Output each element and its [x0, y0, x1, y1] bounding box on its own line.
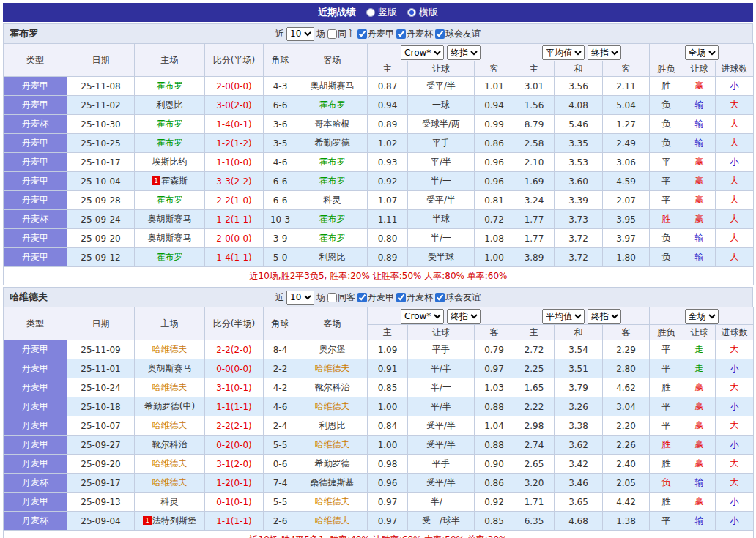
- home-team[interactable]: 奥胡斯赛马: [135, 229, 205, 248]
- league-filter-2[interactable]: 球会友谊: [435, 28, 481, 40]
- away-team[interactable]: 哥本哈根: [297, 115, 368, 134]
- away-team[interactable]: 希勤罗德: [297, 134, 368, 153]
- away-team[interactable]: 哈维德夫: [297, 512, 368, 531]
- home-team[interactable]: 希勤罗德(中): [135, 397, 205, 416]
- match-score[interactable]: 2-0(0-0): [205, 229, 264, 248]
- league-type[interactable]: 丹麦甲: [4, 359, 67, 378]
- away-team[interactable]: 霍布罗: [297, 153, 368, 172]
- layout-radio-vertical[interactable]: 竖版: [366, 6, 397, 19]
- home-team[interactable]: 哈维德夫: [135, 455, 205, 474]
- league-checkbox-2[interactable]: [435, 29, 445, 39]
- league-type[interactable]: 丹麦杯: [4, 512, 67, 531]
- away-team[interactable]: 利恩比: [297, 248, 368, 267]
- home-team[interactable]: 1法特列斯堡: [135, 512, 205, 531]
- league-type[interactable]: 丹麦甲: [4, 436, 67, 455]
- league-type[interactable]: 丹麦甲: [4, 248, 67, 267]
- match-score[interactable]: 0-2(0-0): [205, 436, 264, 455]
- league-filter-0[interactable]: 丹麦甲: [357, 28, 394, 40]
- away-team[interactable]: 利恩比: [297, 416, 368, 436]
- match-score[interactable]: 2-2(1-0): [205, 191, 264, 210]
- match-score[interactable]: 1-1(0-0): [205, 153, 264, 172]
- match-score[interactable]: 1-4(0-1): [205, 115, 264, 134]
- match-score[interactable]: 1-4(1-1): [205, 248, 264, 267]
- league-checkbox-1[interactable]: [396, 293, 406, 302]
- scope-select[interactable]: 全场: [685, 309, 719, 324]
- away-team[interactable]: 希勤罗德: [297, 455, 368, 474]
- match-score[interactable]: 1-1(1-1): [205, 397, 264, 416]
- away-team[interactable]: 科灵: [297, 191, 368, 210]
- match-score[interactable]: 2-2(2-1): [205, 416, 264, 436]
- league-checkbox-2[interactable]: [435, 293, 445, 302]
- league-checkbox-0[interactable]: [357, 293, 367, 302]
- league-type[interactable]: 丹麦甲: [4, 172, 67, 191]
- home-team[interactable]: 哈维德夫: [135, 474, 205, 493]
- match-score[interactable]: 0-1(0-1): [205, 493, 264, 512]
- match-score[interactable]: 2-2(2-0): [205, 340, 264, 359]
- home-team[interactable]: 霍布罗: [135, 115, 205, 134]
- home-team[interactable]: 科灵: [135, 493, 205, 512]
- league-type[interactable]: 丹麦杯: [4, 210, 67, 229]
- home-team[interactable]: 霍布罗: [135, 134, 205, 153]
- avg-source-select[interactable]: 平均值: [542, 45, 585, 60]
- match-count-select[interactable]: 10: [286, 291, 314, 305]
- away-team[interactable]: 霍布罗: [297, 210, 368, 229]
- league-type[interactable]: 丹麦杯: [4, 115, 67, 134]
- away-team[interactable]: 哈维德夫: [297, 436, 368, 455]
- avg-final-select[interactable]: 终指: [588, 309, 621, 324]
- scope-select[interactable]: 全场: [685, 45, 719, 60]
- away-team[interactable]: 哈维德夫: [297, 397, 368, 416]
- match-score[interactable]: 2-0(0-0): [205, 77, 264, 96]
- home-team[interactable]: 霍布罗: [135, 77, 205, 96]
- same-venue-filter[interactable]: 同客: [327, 291, 355, 304]
- league-type[interactable]: 丹麦甲: [4, 455, 67, 474]
- league-type[interactable]: 丹麦甲: [4, 397, 67, 416]
- match-score[interactable]: 1-2(1-1): [205, 210, 264, 229]
- league-type[interactable]: 丹麦甲: [4, 493, 67, 512]
- league-type[interactable]: 丹麦甲: [4, 96, 67, 115]
- match-score[interactable]: 3-1(0-1): [205, 378, 264, 397]
- home-team[interactable]: 哈维德夫: [135, 378, 205, 397]
- same-venue-filter[interactable]: 同主: [327, 28, 355, 40]
- away-team[interactable]: 霍布罗: [297, 96, 368, 115]
- home-team[interactable]: 利恩比: [135, 96, 205, 115]
- league-type[interactable]: 丹麦甲: [4, 416, 67, 436]
- league-filter-0[interactable]: 丹麦甲: [357, 291, 394, 304]
- same-venue-checkbox[interactable]: [327, 293, 337, 302]
- match-score[interactable]: 1-1(1-1): [205, 512, 264, 531]
- away-team[interactable]: 霍布罗: [297, 229, 368, 248]
- league-type[interactable]: 丹麦甲: [4, 153, 67, 172]
- league-type[interactable]: 丹麦甲: [4, 340, 67, 359]
- home-team[interactable]: 奥胡斯赛马: [135, 210, 205, 229]
- away-team[interactable]: 奥尔堡: [297, 340, 368, 359]
- match-score[interactable]: 3-0(2-0): [205, 96, 264, 115]
- home-team[interactable]: 哈维德夫: [135, 340, 205, 359]
- odds-final-select[interactable]: 终指: [447, 45, 481, 60]
- home-team[interactable]: 霍布罗: [135, 191, 205, 210]
- match-count-select[interactable]: 10: [286, 27, 314, 41]
- league-checkbox-1[interactable]: [396, 29, 406, 39]
- league-type[interactable]: 丹麦杯: [4, 474, 67, 493]
- home-team[interactable]: 哈维德夫: [135, 416, 205, 436]
- league-type[interactable]: 丹麦甲: [4, 191, 67, 210]
- odds-final-select[interactable]: 终指: [447, 309, 481, 324]
- league-type[interactable]: 丹麦甲: [4, 378, 67, 397]
- match-score[interactable]: 1-2(1-2): [205, 134, 264, 153]
- away-team[interactable]: 桑德捷斯基: [297, 474, 368, 493]
- away-team[interactable]: 霍布罗: [297, 172, 368, 191]
- league-type[interactable]: 丹麦甲: [4, 229, 67, 248]
- home-team[interactable]: 奥胡斯赛马: [135, 359, 205, 378]
- same-venue-checkbox[interactable]: [327, 29, 337, 39]
- away-team[interactable]: 哈维德夫: [297, 359, 368, 378]
- home-team[interactable]: 靴尔科治: [135, 436, 205, 455]
- home-team[interactable]: 霍布罗: [135, 248, 205, 267]
- avg-source-select[interactable]: 平均值: [542, 309, 585, 324]
- away-team[interactable]: 哈维德夫: [297, 493, 368, 512]
- league-filter-1[interactable]: 丹麦杯: [396, 28, 433, 40]
- layout-radio-horizontal[interactable]: 横版: [407, 6, 438, 19]
- home-team[interactable]: 埃斯比约: [135, 153, 205, 172]
- match-score[interactable]: 1-2(0-1): [205, 474, 264, 493]
- league-checkbox-0[interactable]: [357, 29, 367, 39]
- avg-final-select[interactable]: 终指: [588, 45, 621, 60]
- away-team[interactable]: 靴尔科治: [297, 378, 368, 397]
- match-score[interactable]: 3-1(2-0): [205, 455, 264, 474]
